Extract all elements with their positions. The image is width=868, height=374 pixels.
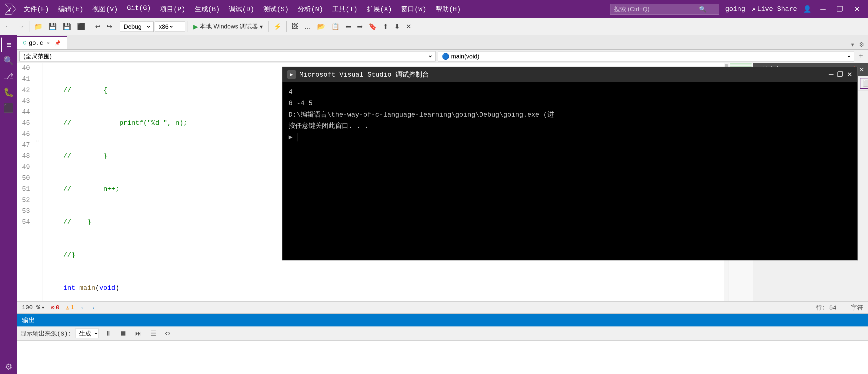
tab-pin-icon[interactable]: 📌 xyxy=(55,40,61,46)
activity-settings[interactable]: ⚙ xyxy=(1,360,16,374)
menu-file[interactable]: 文件(F) xyxy=(20,3,53,15)
save-button[interactable]: 💾 xyxy=(46,22,59,32)
code-line-46: int main(void) xyxy=(47,283,719,294)
paste-button[interactable]: 📋 xyxy=(329,22,342,32)
warning-count[interactable]: ⚠ 1 xyxy=(65,304,74,311)
activity-git[interactable]: ⎇ xyxy=(1,69,16,83)
debug-console-close[interactable]: ✕ xyxy=(847,71,852,78)
right-panel-close[interactable]: ✕ xyxy=(859,66,864,73)
open-button[interactable]: 📁 xyxy=(32,22,45,32)
debug-mode-dropdown[interactable]: Debug Release xyxy=(120,22,154,32)
output-pause-button[interactable]: ⏸ xyxy=(102,328,114,339)
activity-debug[interactable]: 🐛 xyxy=(1,85,16,99)
fold-45 xyxy=(35,123,42,135)
cursor-position: 行: 54 字符 xyxy=(816,303,863,312)
error-count[interactable]: ⊗ 0 xyxy=(51,304,59,311)
symbol-dropdown[interactable]: 🔵 main(void) xyxy=(438,51,854,62)
forward-button[interactable]: → xyxy=(15,22,27,32)
debug-mode-select[interactable]: Debug Release xyxy=(122,23,151,30)
output-panel: 输出 显示输出来源(S): 生成 调试 测试 ⏸ ⏹ ⏭ ☰ ⇔ xyxy=(17,313,868,374)
fold-53 xyxy=(35,219,42,231)
tab-close-button[interactable]: ✕ xyxy=(46,39,51,47)
bookmark-clear-button[interactable]: ✕ xyxy=(403,22,414,32)
liveshare-button[interactable]: ↗ Live Share xyxy=(751,5,797,13)
nav-prev-button[interactable]: ← xyxy=(80,304,87,312)
platform-select[interactable]: x86 x64 xyxy=(158,23,174,30)
menu-tools[interactable]: 工具(T) xyxy=(328,3,362,15)
output-stop-button[interactable]: ⏹ xyxy=(118,328,129,339)
redo-button[interactable]: ↪ xyxy=(104,22,115,32)
output-next-button[interactable]: ⏭ xyxy=(133,328,144,339)
tab-scroll-down[interactable]: ▾ xyxy=(850,40,855,49)
debug-console-restore[interactable]: ❐ xyxy=(837,71,843,78)
bookmark-prev-button[interactable]: ⬆ xyxy=(380,22,391,32)
menu-build[interactable]: 生成(B) xyxy=(190,3,224,15)
align-right-button[interactable]: ➡ xyxy=(354,22,365,32)
zoom-chevron: ▾ xyxy=(41,304,45,311)
split-editor-button[interactable]: + xyxy=(857,51,866,62)
activity-bar: ≡ 🔍 ⎇ 🐛 ⬛ ⚙ xyxy=(0,35,17,374)
undo-button[interactable]: ↩ xyxy=(93,22,103,32)
window-controls: ─ ❐ ✕ xyxy=(817,4,863,14)
fold-41 xyxy=(35,75,42,87)
scope-select[interactable]: (全局范围) xyxy=(22,53,433,60)
output-clear-button[interactable]: ☰ xyxy=(148,328,159,339)
scope-dropdown[interactable]: (全局范围) xyxy=(20,51,435,62)
error-icon: ⊗ xyxy=(51,304,55,311)
menu-help[interactable]: 帮助(H) xyxy=(431,3,465,15)
stack-button[interactable]: ⬛ xyxy=(74,22,88,32)
output-wrap-button[interactable]: ⇔ xyxy=(162,328,173,339)
debug-console-content: 4 6 -4 5 D:\编辑语言\the-way-of-c-language-l… xyxy=(282,82,857,260)
tab-go-c[interactable]: C go.c ✕ 📌 xyxy=(17,36,67,49)
back-button[interactable]: ← xyxy=(2,22,14,32)
separator-3 xyxy=(117,21,117,32)
separator-6 xyxy=(286,21,287,32)
warning-value: 1 xyxy=(70,304,74,311)
minimap-line-2 xyxy=(730,65,752,65)
menu-view[interactable]: 视图(V) xyxy=(88,3,122,15)
lightning-button[interactable]: ⚡ xyxy=(271,22,284,32)
tab-settings[interactable]: ⚙ xyxy=(858,40,866,49)
bookmark-button[interactable]: 🔖 xyxy=(366,22,379,32)
image-button[interactable]: 🖼 xyxy=(289,22,301,32)
fold-52 xyxy=(35,207,42,219)
save-all-button[interactable]: 💾 xyxy=(60,22,73,32)
run-button[interactable]: ▶ 本地 Windows 调试器 ▾ xyxy=(190,21,266,32)
fold-46[interactable]: ⊟ xyxy=(35,135,42,147)
activity-explorer[interactable]: ≡ xyxy=(1,38,16,52)
menu-edit[interactable]: 编辑(E) xyxy=(54,3,88,15)
close-button[interactable]: ✕ xyxy=(851,4,863,14)
navigation-arrows: ← → xyxy=(80,304,96,312)
symbol-select[interactable]: 🔵 main(void) xyxy=(441,53,851,60)
menu-debug[interactable]: 调试(D) xyxy=(224,3,258,15)
menu-project[interactable]: 项目(P) xyxy=(156,3,190,15)
menu-analyze[interactable]: 分析(N) xyxy=(293,3,327,15)
platform-dropdown[interactable]: x86 x64 xyxy=(155,22,185,32)
search-input[interactable] xyxy=(614,6,699,13)
fold-48 xyxy=(35,159,42,171)
more-button[interactable]: … xyxy=(302,22,313,32)
title-bar: V 文件(F) 编辑(E) 视图(V) Git(G) 项目(P) 生成(B) 调… xyxy=(0,0,868,18)
activity-extensions[interactable]: ⬛ xyxy=(1,101,16,115)
fold-indicators: ⊟ xyxy=(35,63,42,301)
line-num-52: 52 xyxy=(22,195,30,206)
minimize-button[interactable]: ─ xyxy=(817,4,829,14)
tab-filename: go.c xyxy=(29,40,43,47)
folder-button[interactable]: 📂 xyxy=(315,22,328,32)
activity-search[interactable]: 🔍 xyxy=(1,53,16,68)
bookmark-next-button[interactable]: ⬇ xyxy=(392,22,402,32)
menu-git[interactable]: Git(G) xyxy=(123,3,155,15)
menu-test[interactable]: 测试(S) xyxy=(259,3,293,15)
restore-button[interactable]: ❐ xyxy=(833,4,846,14)
zoom-control[interactable]: 100 % ▾ xyxy=(22,304,45,311)
debug-console-minimize[interactable]: ─ xyxy=(829,71,833,78)
align-left-button[interactable]: ⬅ xyxy=(343,22,353,32)
nav-next-button[interactable]: → xyxy=(89,304,96,312)
line-num-45: 45 xyxy=(22,118,30,129)
search-box[interactable]: 🔍 xyxy=(610,4,719,14)
menu-window[interactable]: 窗口(W) xyxy=(397,3,431,15)
solution-expand-button[interactable]: ⬜ xyxy=(860,78,868,89)
output-source-select[interactable]: 生成 调试 测试 xyxy=(75,329,99,338)
account-icon[interactable]: 👤 xyxy=(803,5,811,13)
menu-extensions[interactable]: 扩展(X) xyxy=(363,3,396,15)
